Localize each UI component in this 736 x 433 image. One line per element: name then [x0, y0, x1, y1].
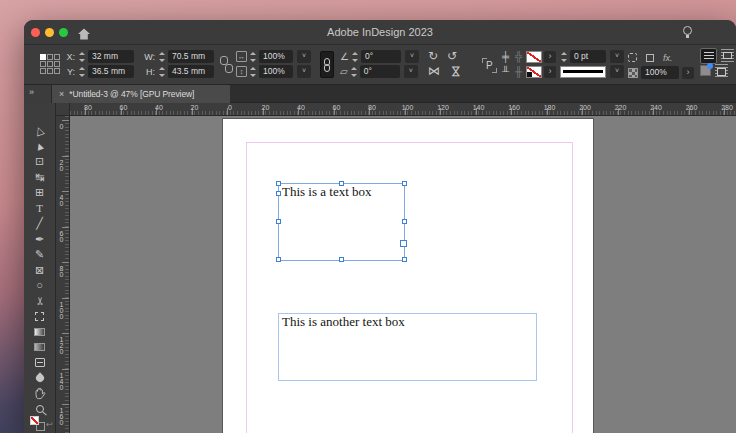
note-tool[interactable]	[24, 357, 55, 369]
scissors-tool[interactable]: ✂	[24, 295, 55, 307]
eyedropper-tool[interactable]	[24, 372, 55, 384]
home-icon[interactable]	[77, 26, 91, 44]
text-in-port[interactable]	[276, 191, 281, 196]
text-frame-2[interactable]: This is another text box	[278, 313, 537, 381]
w-field[interactable]: 70.5 mm	[168, 50, 214, 63]
content-collector-tool[interactable]: ⊞	[24, 186, 55, 198]
handle-top-left[interactable]	[276, 181, 281, 186]
page-tool[interactable]: ⊡	[24, 155, 55, 167]
jump-object-wrap-icon[interactable]	[715, 64, 728, 77]
zoom-tool[interactable]	[24, 403, 55, 415]
h-stepper[interactable]	[158, 66, 166, 78]
free-transform-tool[interactable]	[24, 310, 55, 322]
effects-icon[interactable]: fx.	[663, 53, 673, 63]
flip-horizontal-icon[interactable]: ⋈	[428, 65, 440, 78]
tools-panel-collapse-button[interactable]: »	[24, 85, 52, 103]
handle-bottom-right[interactable]	[402, 257, 407, 262]
w-stepper[interactable]	[158, 51, 166, 63]
scale-x-dropdown-icon[interactable]: ˅	[297, 50, 311, 63]
flip-vertical-icon[interactable]: ⋈	[449, 66, 462, 78]
x-field[interactable]: 32 mm	[88, 50, 134, 63]
swap-fill-stroke-icon[interactable]: ↩	[46, 420, 53, 429]
window-titlebar[interactable]: Adobe InDesign 2023	[24, 20, 736, 45]
document-tab[interactable]: × *Untitled-3 @ 47% [GPU Preview]	[52, 85, 230, 103]
constrain-scale-link-icon[interactable]	[320, 51, 334, 78]
hand-tool[interactable]	[24, 388, 55, 400]
opacity-flyout-icon[interactable]: ›	[682, 67, 694, 79]
stroke-type-preview[interactable]	[560, 66, 606, 78]
fullscreen-window-button[interactable]	[59, 28, 68, 37]
text-frame-1[interactable]: This is a text box	[278, 183, 405, 261]
mini-fill-swatch[interactable]	[30, 416, 39, 425]
fill-stroke-swatches[interactable]: ↩	[29, 416, 53, 431]
close-window-button[interactable]	[31, 28, 40, 37]
gradient-swatch-tool[interactable]	[24, 326, 55, 338]
rotation-dropdown-icon[interactable]: ˅	[405, 50, 419, 63]
rectangle-frame-tool[interactable]: ⊠	[24, 264, 55, 276]
stroke-type-dropdown-icon[interactable]: ˅	[610, 65, 624, 78]
shear-dropdown-icon[interactable]: ˅	[404, 65, 418, 78]
pencil-tool[interactable]: ✎	[24, 248, 55, 260]
rotate-counterclockwise-icon[interactable]: ↺	[447, 50, 457, 63]
fill-color-swatch[interactable]	[526, 51, 542, 63]
horizontal-ruler[interactable]: 8060402002040608010012014016018020022024…	[56, 103, 736, 116]
corner-shape-icon[interactable]	[646, 54, 654, 62]
h-ruler-label: 160	[508, 104, 520, 111]
drop-shadow-icon[interactable]	[700, 65, 711, 76]
shear-stepper[interactable]	[350, 66, 358, 78]
document-page[interactable]: This is another text box This is a text …	[223, 119, 593, 433]
scale-x-stepper[interactable]	[249, 51, 257, 63]
scale-y-field[interactable]: 100%	[259, 65, 293, 78]
handle-top-center[interactable]	[339, 181, 344, 186]
y-field[interactable]: 36.5 mm	[88, 65, 134, 78]
handle-middle-left[interactable]	[276, 219, 281, 224]
scale-x-field[interactable]: 100%	[259, 50, 293, 63]
handle-middle-right[interactable]	[402, 219, 407, 224]
y-label: Y:	[64, 67, 75, 77]
v-ruler-tick	[62, 191, 69, 192]
stroke-flyout-icon[interactable]: ›	[544, 66, 556, 78]
canvas-pasteboard[interactable]: This is another text box This is a text …	[70, 116, 736, 433]
y-stepper[interactable]	[78, 66, 86, 78]
scale-y-dropdown-icon[interactable]: ˅	[297, 65, 311, 78]
selection-tool[interactable]: △	[24, 124, 55, 136]
select-container-icon[interactable]: P	[482, 58, 497, 73]
pen-tool[interactable]: ✒	[24, 233, 55, 245]
tools-panel: △▲⊡↹⊞T╱✒✎⊠○✂ ↩	[24, 103, 56, 433]
stroke-weight-stepper[interactable]	[560, 51, 568, 63]
line-tool[interactable]: ╱	[24, 217, 55, 229]
handle-bottom-center[interactable]	[339, 257, 344, 262]
minimize-window-button[interactable]	[45, 28, 54, 37]
handle-bottom-left[interactable]	[276, 257, 281, 262]
rotation-stepper[interactable]	[351, 51, 359, 63]
scale-y-stepper[interactable]	[249, 66, 257, 78]
stroke-weight-field[interactable]: 0 pt	[570, 50, 606, 63]
distribute-horizontal-icon[interactable]: ╪	[502, 50, 509, 63]
wrap-around-bounding-box-icon[interactable]	[721, 49, 734, 62]
shape-tool[interactable]: ○	[24, 279, 55, 291]
shear-field[interactable]: 0°	[360, 65, 400, 78]
gap-tool[interactable]: ↹	[24, 171, 55, 183]
direct-selection-tool[interactable]: ▲	[24, 140, 55, 152]
x-stepper[interactable]	[78, 51, 86, 63]
vertical-ruler[interactable]: 020406080100120140160	[56, 116, 70, 433]
h-ruler-label: 260	[686, 104, 698, 111]
corner-options-icon[interactable]	[628, 53, 637, 62]
opacity-field[interactable]: 100%	[641, 66, 679, 79]
type-tool[interactable]: T	[24, 202, 55, 214]
h-field[interactable]: 43.5 mm	[168, 65, 214, 78]
no-text-wrap-icon[interactable]	[700, 48, 717, 64]
rotation-field[interactable]: 0°	[361, 50, 401, 63]
ruler-origin-corner[interactable]	[56, 103, 70, 116]
fill-flyout-icon[interactable]: ›	[544, 51, 556, 63]
reference-point-proxy[interactable]	[40, 54, 60, 74]
lightbulb-icon[interactable]	[683, 26, 692, 35]
stroke-color-swatch[interactable]	[526, 66, 542, 78]
text-out-port[interactable]	[400, 240, 407, 247]
distribute-vertical-icon[interactable]: ╨	[502, 65, 509, 78]
gradient-feather-tool[interactable]	[24, 341, 55, 353]
rotate-clockwise-icon[interactable]: ↻	[428, 50, 438, 63]
stroke-weight-dropdown-icon[interactable]: ˅	[610, 50, 624, 63]
tab-close-icon[interactable]: ×	[59, 89, 64, 99]
handle-top-right[interactable]	[402, 181, 407, 186]
